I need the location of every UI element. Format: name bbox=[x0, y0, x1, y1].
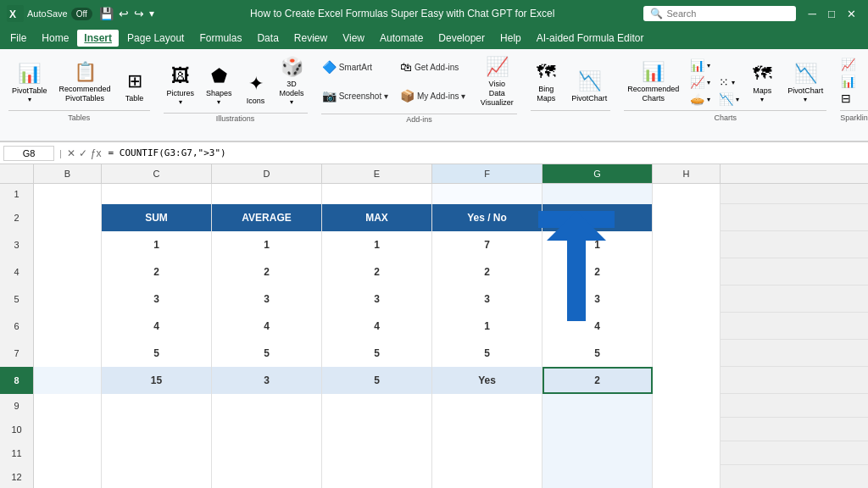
close-button[interactable]: ✕ bbox=[842, 8, 861, 20]
cell-c1[interactable] bbox=[102, 184, 212, 204]
row-header-12[interactable]: 12 bbox=[0, 465, 34, 488]
col-header-h[interactable]: H bbox=[653, 164, 721, 183]
row-header-4[interactable]: 4 bbox=[0, 258, 34, 286]
cell-g10[interactable] bbox=[542, 418, 653, 441]
cell-g7[interactable]: 5 bbox=[542, 340, 653, 367]
cell-b1[interactable] bbox=[34, 184, 102, 204]
row-header-3[interactable]: 3 bbox=[0, 231, 34, 258]
3d-models-button[interactable]: 🎲 3DModels ▾ bbox=[275, 53, 309, 109]
cell-d4[interactable]: 2 bbox=[212, 258, 322, 286]
cell-c9[interactable] bbox=[102, 394, 212, 418]
cell-g6[interactable]: 4 bbox=[542, 313, 653, 340]
cell-e7[interactable]: 5 bbox=[322, 340, 432, 367]
cell-b12[interactable] bbox=[34, 465, 102, 488]
cell-g5[interactable]: 3 bbox=[542, 286, 653, 313]
cell-h2[interactable] bbox=[653, 204, 721, 231]
cell-e9[interactable] bbox=[322, 394, 432, 418]
menu-formulas[interactable]: Formulas bbox=[192, 30, 248, 47]
cell-f5[interactable]: 3 bbox=[432, 286, 542, 313]
cell-d3[interactable]: 1 bbox=[212, 231, 322, 258]
cell-c10[interactable] bbox=[102, 418, 212, 441]
cell-f3[interactable]: 7 bbox=[432, 231, 542, 258]
menu-insert[interactable]: Insert bbox=[77, 30, 119, 47]
undo-button[interactable]: ↩ bbox=[119, 7, 129, 20]
pie-chart-button[interactable]: 🥧▾ bbox=[687, 92, 713, 107]
cell-h4[interactable] bbox=[653, 258, 721, 286]
cell-h12[interactable] bbox=[653, 465, 721, 488]
cell-f11[interactable] bbox=[432, 441, 542, 465]
cell-e6[interactable]: 4 bbox=[322, 313, 432, 340]
cell-f1[interactable] bbox=[432, 184, 542, 204]
row-header-5[interactable]: 5 bbox=[0, 286, 34, 313]
row-header-1[interactable]: 1 bbox=[0, 184, 34, 204]
cell-e10[interactable] bbox=[322, 418, 432, 441]
col-header-f[interactable]: F bbox=[432, 164, 542, 183]
cell-g2[interactable]: >3 bbox=[542, 204, 653, 231]
pivot-table-button[interactable]: 📊 PivotTable ▾ bbox=[7, 59, 53, 107]
row-header-10[interactable]: 10 bbox=[0, 418, 34, 441]
pivot-chart-2-button[interactable]: 📉 PivotChart ▾ bbox=[782, 59, 828, 107]
cell-b5[interactable] bbox=[34, 286, 102, 313]
cell-f6[interactable]: 1 bbox=[432, 313, 542, 340]
search-box[interactable]: 🔍 bbox=[643, 6, 796, 21]
menu-review[interactable]: Review bbox=[287, 30, 334, 47]
cell-d7[interactable]: 5 bbox=[212, 340, 322, 367]
cell-c5[interactable]: 3 bbox=[102, 286, 212, 313]
cell-h11[interactable] bbox=[653, 441, 721, 465]
insert-function-icon[interactable]: ƒx bbox=[91, 147, 102, 159]
confirm-formula-icon[interactable]: ✓ bbox=[79, 147, 87, 159]
cell-f12[interactable] bbox=[432, 465, 542, 488]
sparkline-line-button[interactable]: 📈 bbox=[838, 57, 858, 72]
cell-d1[interactable] bbox=[212, 184, 322, 204]
col-header-b[interactable]: B bbox=[34, 164, 102, 183]
cell-c7[interactable]: 5 bbox=[102, 340, 212, 367]
cell-g4[interactable]: 2 bbox=[542, 258, 653, 286]
cell-d2[interactable]: AVERAGE bbox=[212, 204, 322, 231]
row-header-6[interactable]: 6 bbox=[0, 313, 34, 340]
cell-c6[interactable]: 4 bbox=[102, 313, 212, 340]
col-header-e[interactable]: E bbox=[322, 164, 432, 183]
maps-button[interactable]: 🗺 Maps ▾ bbox=[745, 59, 779, 107]
cell-d10[interactable] bbox=[212, 418, 322, 441]
cell-d12[interactable] bbox=[212, 465, 322, 488]
cell-h3[interactable] bbox=[653, 231, 721, 258]
cell-d11[interactable] bbox=[212, 441, 322, 465]
cell-h5[interactable] bbox=[653, 286, 721, 313]
smartart-button[interactable]: 🔷 SmartArt bbox=[320, 59, 391, 75]
shapes-button[interactable]: ⬟ Shapes ▾ bbox=[201, 62, 237, 109]
cell-d6[interactable]: 4 bbox=[212, 313, 322, 340]
menu-help[interactable]: Help bbox=[493, 30, 528, 47]
row-header-9[interactable]: 9 bbox=[0, 394, 34, 418]
recommended-charts-button[interactable]: 📊 RecommendedCharts bbox=[622, 58, 684, 107]
menu-home[interactable]: Home bbox=[35, 30, 75, 47]
cell-d5[interactable]: 3 bbox=[212, 286, 322, 313]
my-addins-button[interactable]: 📦 My Add-ins ▾ bbox=[398, 88, 468, 103]
cell-c12[interactable] bbox=[102, 465, 212, 488]
cell-f4[interactable]: 2 bbox=[432, 258, 542, 286]
cell-reference-input[interactable] bbox=[3, 146, 54, 161]
autosave-toggle[interactable]: Off bbox=[71, 8, 92, 20]
cancel-formula-icon[interactable]: ✕ bbox=[67, 147, 75, 159]
cell-c4[interactable]: 2 bbox=[102, 258, 212, 286]
sparkline-winloss-button[interactable]: ⊟ bbox=[838, 91, 858, 106]
screenshot-button[interactable]: 📷 Screenshot ▾ bbox=[320, 88, 391, 103]
scatter-chart-button[interactable]: ⁙▾ bbox=[716, 75, 742, 90]
cell-g11[interactable] bbox=[542, 441, 653, 465]
col-header-c[interactable]: C bbox=[102, 164, 212, 183]
cell-g12[interactable] bbox=[542, 465, 653, 488]
cell-h1[interactable] bbox=[653, 184, 721, 204]
minimize-button[interactable]: ─ bbox=[803, 8, 821, 20]
redo-button[interactable]: ↪ bbox=[134, 7, 144, 20]
icons-button[interactable]: ✦ Icons bbox=[239, 69, 273, 109]
cell-b8[interactable] bbox=[34, 367, 102, 394]
menu-ai-formula[interactable]: AI-aided Formula Editor bbox=[530, 30, 651, 47]
cell-f2[interactable]: Yes / No bbox=[432, 204, 542, 231]
cell-h10[interactable] bbox=[653, 418, 721, 441]
pictures-button[interactable]: 🖼 Pictures ▾ bbox=[162, 62, 200, 109]
cell-d9[interactable] bbox=[212, 394, 322, 418]
visio-button[interactable]: 📈 Visio DataVisualizer bbox=[475, 53, 519, 110]
menu-view[interactable]: View bbox=[336, 30, 371, 47]
cell-b9[interactable] bbox=[34, 394, 102, 418]
bing-maps-button[interactable]: 🗺 BingMaps bbox=[529, 58, 563, 107]
cell-d8[interactable]: 3 bbox=[212, 367, 322, 394]
